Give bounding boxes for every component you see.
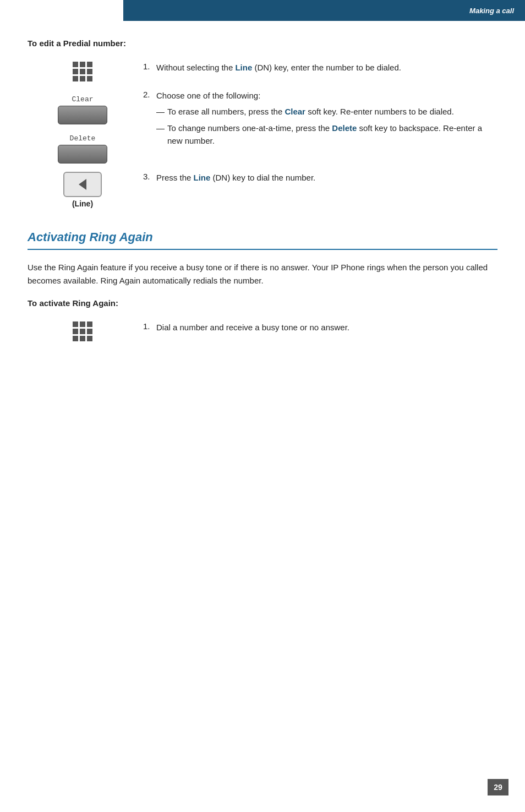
line-highlight-3: Line xyxy=(194,173,211,182)
step3-row: (Line) 3. Press the Line (DN) key to dia… xyxy=(28,169,497,208)
step2-text-row: 2. Choose one of the following: — To era… xyxy=(143,90,497,151)
step2-icons: Clear Delete xyxy=(58,92,107,164)
section2-step1-number: 1. xyxy=(143,321,156,331)
step1-content: Without selecting the Line (DN) key, ent… xyxy=(156,62,497,78)
keypad-dot xyxy=(87,329,92,334)
step1-text-cell: 1. Without selecting the Line (DN) key, … xyxy=(138,59,497,78)
step1-row: 1. Without selecting the Line (DN) key, … xyxy=(28,59,497,81)
step3-icon-cell: (Line) xyxy=(28,169,138,208)
line-key-wrapper: (Line) xyxy=(63,172,102,208)
dash-2: — xyxy=(156,122,167,135)
keypad-dot xyxy=(73,329,78,334)
section2-step1-content: Dial a number and receive a busy tone or… xyxy=(156,321,497,337)
keypad-dot xyxy=(73,336,78,341)
section2-step1-row: 1. Dial a number and receive a busy tone… xyxy=(28,319,497,341)
step3-text: Press the Line (DN) key to dial the numb… xyxy=(156,172,497,184)
keypad-dot xyxy=(87,76,92,81)
keypad-dot xyxy=(87,321,92,327)
step2-row: Clear Delete 2. Choose one of the follow… xyxy=(28,87,497,164)
section2-step1-icon-cell xyxy=(28,319,138,341)
keypad-icon-1 xyxy=(73,62,92,81)
clear-key-wrapper: Clear xyxy=(58,95,107,124)
keypad-dot xyxy=(80,321,85,327)
step1-text-row: 1. Without selecting the Line (DN) key, … xyxy=(143,62,497,78)
keypad-dot xyxy=(80,76,85,81)
line-key-caption: (Line) xyxy=(72,199,93,208)
delete-key-wrapper: Delete xyxy=(58,134,107,164)
step2-bullet2-text: To change numbers one-at-a-time, press t… xyxy=(167,122,497,147)
section2-step1-text-row: 1. Dial a number and receive a busy tone… xyxy=(143,321,497,337)
step1-number: 1. xyxy=(143,62,156,71)
activate-label: To activate Ring Again: xyxy=(28,298,497,308)
step2-bullet1-text: To erase all numbers, press the Clear so… xyxy=(167,106,497,118)
section2-step1-text-cell: 1. Dial a number and receive a busy tone… xyxy=(138,319,497,337)
step2-intro: Choose one of the following: xyxy=(156,90,497,102)
keypad-dot xyxy=(73,69,78,74)
keypad-dot xyxy=(80,329,85,334)
keypad-dot xyxy=(87,336,92,341)
header-title: Making a call xyxy=(469,7,514,15)
step2-text-cell: 2. Choose one of the following: — To era… xyxy=(138,87,497,151)
section2-title: Activating Ring Again xyxy=(28,230,497,244)
clear-highlight: Clear xyxy=(285,107,305,116)
dash-1: — xyxy=(156,106,167,118)
section2-step1-text: Dial a number and receive a busy tone or… xyxy=(156,321,497,334)
keypad-dot xyxy=(87,69,92,74)
page-number: 29 xyxy=(488,779,508,795)
keypad-dot xyxy=(87,62,92,67)
keypad-dot xyxy=(80,336,85,341)
keypad-dot xyxy=(73,62,78,67)
step3-text-row: 3. Press the Line (DN) key to dial the n… xyxy=(143,172,497,188)
line-highlight-1: Line xyxy=(235,63,252,72)
section1-label: To edit a Predial number: xyxy=(28,39,497,48)
delete-key-button xyxy=(58,145,107,164)
section-hr xyxy=(28,249,497,250)
keypad-dot xyxy=(73,76,78,81)
step3-content: Press the Line (DN) key to dial the numb… xyxy=(156,172,497,188)
step2-number: 2. xyxy=(143,90,156,99)
step3-text-cell: 3. Press the Line (DN) key to dial the n… xyxy=(138,169,497,188)
line-key-button xyxy=(63,172,102,197)
step1-text: Without selecting the Line (DN) key, ent… xyxy=(156,62,497,74)
section2-divider: Activating Ring Again Use the Ring Again… xyxy=(28,230,497,308)
step1-icon-cell xyxy=(28,59,138,81)
keypad-icon-2 xyxy=(73,321,92,341)
section2-body: Use the Ring Again feature if you receiv… xyxy=(28,261,497,287)
header-bar: Making a call xyxy=(123,0,525,21)
clear-key-label: Clear xyxy=(72,95,93,103)
delete-highlight: Delete xyxy=(332,123,357,133)
step2-icon-cell: Clear Delete xyxy=(28,87,138,164)
step2-content: Choose one of the following: — To erase … xyxy=(156,90,497,151)
step2-bullet1: — To erase all numbers, press the Clear … xyxy=(156,106,497,118)
step2-bullet2: — To change numbers one-at-a-time, press… xyxy=(156,122,497,147)
clear-key-button xyxy=(58,106,107,124)
line-arrow-icon xyxy=(79,179,86,190)
keypad-dot xyxy=(80,69,85,74)
keypad-dot xyxy=(73,321,78,327)
delete-key-label: Delete xyxy=(70,134,96,143)
keypad-dot xyxy=(80,62,85,67)
step3-number: 3. xyxy=(143,172,156,181)
